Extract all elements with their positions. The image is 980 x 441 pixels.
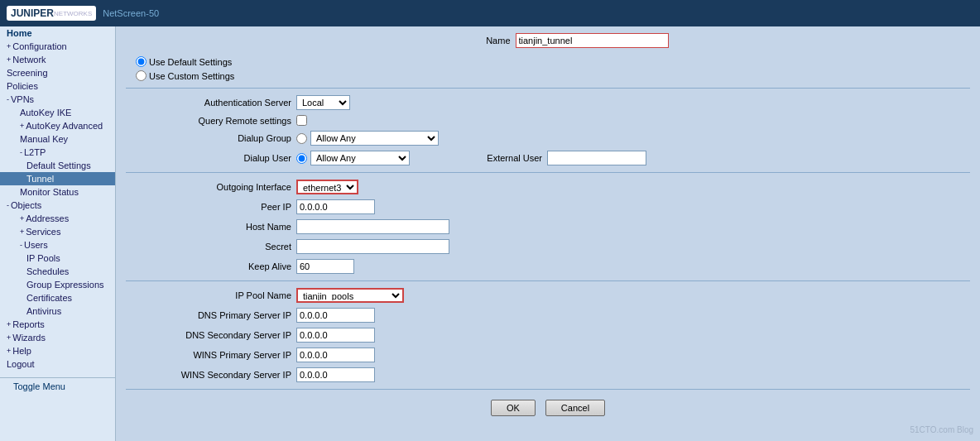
dns-secondary-input[interactable] bbox=[296, 328, 375, 343]
sidebar-item-group-expressions[interactable]: Group Expressions bbox=[0, 278, 115, 291]
ip-pool-name-label: IP Pool Name bbox=[126, 290, 291, 300]
dialup-group-label: Dialup Group bbox=[126, 133, 291, 143]
sidebar-item-reports[interactable]: + Reports bbox=[0, 318, 115, 331]
secret-row: Secret bbox=[126, 239, 970, 254]
sidebar-item-services[interactable]: + Services bbox=[0, 225, 115, 238]
wins-primary-label: WINS Primary Server IP bbox=[126, 350, 291, 360]
name-label: Name bbox=[428, 36, 511, 46]
sidebar-item-autokey-ike[interactable]: AutoKey IKE bbox=[0, 106, 115, 119]
dns-primary-row: DNS Primary Server IP bbox=[126, 308, 970, 323]
sidebar-label-services: Services bbox=[26, 227, 60, 237]
keep-alive-label: Keep Alive bbox=[126, 261, 291, 271]
sidebar-label-tunnel: Tunnel bbox=[26, 174, 54, 184]
use-custom-radio[interactable] bbox=[136, 70, 147, 81]
ip-pool-name-row: IP Pool Name tianjin_pools None bbox=[126, 288, 970, 303]
sidebar: Home + Configuration + Network Screening… bbox=[0, 26, 116, 441]
keep-alive-input[interactable] bbox=[296, 259, 354, 274]
cancel-button[interactable]: Cancel bbox=[545, 400, 605, 416]
expand-icon-help: + bbox=[7, 347, 11, 355]
query-remote-checkbox[interactable] bbox=[296, 115, 307, 126]
auth-server-label: Authentication Server bbox=[126, 98, 291, 108]
sidebar-label-users: Users bbox=[24, 240, 48, 250]
sidebar-item-schedules[interactable]: Schedules bbox=[0, 265, 115, 278]
host-name-label: Host Name bbox=[126, 222, 291, 232]
wins-secondary-input[interactable] bbox=[296, 367, 375, 382]
host-name-row: Host Name bbox=[126, 219, 970, 234]
sidebar-item-l2tp[interactable]: - L2TP bbox=[0, 146, 115, 159]
sidebar-item-tunnel[interactable]: Tunnel bbox=[0, 172, 115, 185]
host-name-input[interactable] bbox=[296, 219, 449, 234]
sidebar-item-antivirus[interactable]: Antivirus bbox=[0, 304, 115, 318]
sidebar-item-autokey-advanced[interactable]: + AutoKey Advanced bbox=[0, 119, 115, 132]
ip-pool-name-select[interactable]: tianjin_pools None bbox=[296, 288, 404, 303]
sidebar-label-antivirus: Antivirus bbox=[26, 306, 61, 316]
sidebar-item-certificates[interactable]: Certificates bbox=[0, 291, 115, 304]
sidebar-item-monitor-status[interactable]: Monitor Status bbox=[0, 185, 115, 199]
wins-secondary-row: WINS Secondary Server IP bbox=[126, 367, 970, 382]
sidebar-item-policies[interactable]: Policies bbox=[0, 79, 115, 93]
dns-primary-label: DNS Primary Server IP bbox=[126, 310, 291, 320]
sidebar-item-manual-key[interactable]: Manual Key bbox=[0, 132, 115, 146]
dialup-group-radio-group: Allow Any None bbox=[296, 131, 439, 146]
sidebar-item-logout[interactable]: Logout bbox=[0, 357, 115, 371]
sidebar-item-default-settings[interactable]: Default Settings bbox=[0, 159, 115, 172]
dialup-group-row: Dialup Group Allow Any None bbox=[126, 131, 970, 146]
expand-icon-wizards: + bbox=[7, 333, 11, 342]
dialup-user-radio-group: Allow Any None bbox=[296, 151, 410, 165]
sidebar-label-objects: Objects bbox=[11, 200, 41, 210]
dialup-user-select[interactable]: Allow Any None bbox=[310, 151, 410, 165]
sidebar-label-wizards: Wizards bbox=[12, 333, 46, 343]
sidebar-item-vpns[interactable]: - VPNs bbox=[0, 93, 115, 106]
sidebar-item-home[interactable]: Home bbox=[0, 26, 115, 40]
outgoing-interface-row: Outgoing Interface ethernet1 ethernet2 e… bbox=[126, 180, 970, 194]
sidebar-item-ip-pools[interactable]: IP Pools bbox=[0, 252, 115, 265]
sidebar-label-configuration: Configuration bbox=[12, 41, 66, 51]
expand-icon-vpns: - bbox=[7, 95, 9, 103]
outgoing-interface-label: Outgoing Interface bbox=[126, 182, 291, 192]
dialup-group-radio[interactable] bbox=[296, 133, 307, 144]
sidebar-label-group-expressions: Group Expressions bbox=[26, 280, 104, 290]
dns-primary-input[interactable] bbox=[296, 308, 375, 323]
sidebar-label-monitor-status: Monitor Status bbox=[20, 187, 79, 197]
sidebar-label-l2tp: L2TP bbox=[24, 147, 46, 157]
name-input[interactable] bbox=[516, 33, 669, 48]
sidebar-label-ip-pools: IP Pools bbox=[26, 253, 60, 263]
sidebar-item-users[interactable]: - Users bbox=[0, 238, 115, 252]
sidebar-label-default-settings: Default Settings bbox=[26, 161, 91, 170]
dns-secondary-row: DNS Secondary Server IP bbox=[126, 328, 970, 343]
dialup-group-select[interactable]: Allow Any None bbox=[310, 131, 439, 146]
auth-server-select[interactable]: Local RADIUS LDAP bbox=[296, 95, 350, 110]
sidebar-item-addresses[interactable]: + Addresses bbox=[0, 212, 115, 225]
wins-primary-input[interactable] bbox=[296, 348, 375, 362]
logo-text: JUNIPER bbox=[11, 7, 54, 19]
dialup-user-radio[interactable] bbox=[296, 153, 307, 164]
toggle-menu[interactable]: Toggle Menu bbox=[7, 378, 72, 395]
sidebar-item-network[interactable]: + Network bbox=[0, 53, 115, 66]
wins-secondary-label: WINS Secondary Server IP bbox=[126, 370, 291, 380]
sidebar-label-autokey-advanced: AutoKey Advanced bbox=[26, 121, 103, 131]
sidebar-item-screening[interactable]: Screening bbox=[0, 66, 115, 79]
peer-ip-row: Peer IP bbox=[126, 199, 970, 214]
ok-button[interactable]: OK bbox=[491, 400, 536, 416]
sidebar-item-wizards[interactable]: + Wizards bbox=[0, 331, 115, 344]
secret-input[interactable] bbox=[296, 239, 449, 254]
dialup-user-row: Dialup User Allow Any None External User bbox=[126, 151, 970, 165]
sidebar-label-schedules: Schedules bbox=[26, 266, 69, 276]
sidebar-label-home: Home bbox=[7, 28, 32, 38]
sidebar-item-configuration[interactable]: + Configuration bbox=[0, 40, 115, 53]
name-row: Name bbox=[126, 33, 970, 48]
sidebar-label-policies: Policies bbox=[7, 81, 38, 91]
sidebar-label-autokey-ike: AutoKey IKE bbox=[20, 108, 71, 117]
watermark: 51CTO.com Blog bbox=[910, 425, 973, 434]
sidebar-item-objects[interactable]: - Objects bbox=[0, 199, 115, 212]
expand-icon-network: + bbox=[7, 55, 11, 64]
expand-icon-services: + bbox=[20, 228, 24, 236]
sidebar-label-help: Help bbox=[12, 346, 31, 356]
external-user-input[interactable] bbox=[547, 151, 646, 165]
outgoing-interface-select[interactable]: ethernet1 ethernet2 ethernet3 ethernet4 bbox=[296, 180, 358, 194]
sidebar-item-help[interactable]: + Help bbox=[0, 344, 115, 357]
expand-icon-addresses: + bbox=[20, 214, 24, 223]
peer-ip-input[interactable] bbox=[296, 199, 375, 214]
sidebar-label-reports: Reports bbox=[12, 319, 45, 329]
use-default-radio[interactable] bbox=[136, 56, 147, 67]
